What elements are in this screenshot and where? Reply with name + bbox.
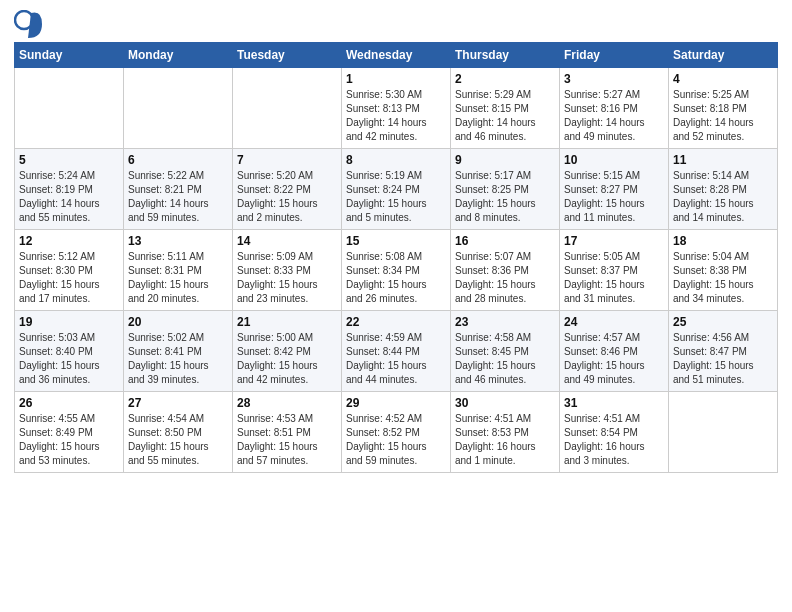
day-info: Sunrise: 4:57 AMSunset: 8:46 PMDaylight:… — [564, 331, 664, 387]
day-info: Sunrise: 4:59 AMSunset: 8:44 PMDaylight:… — [346, 331, 446, 387]
day-cell: 14Sunrise: 5:09 AMSunset: 8:33 PMDayligh… — [233, 230, 342, 311]
day-number: 17 — [564, 234, 664, 248]
header-day-wednesday: Wednesday — [342, 43, 451, 68]
day-cell: 8Sunrise: 5:19 AMSunset: 8:24 PMDaylight… — [342, 149, 451, 230]
day-number: 3 — [564, 72, 664, 86]
day-info: Sunrise: 4:51 AMSunset: 8:53 PMDaylight:… — [455, 412, 555, 468]
day-cell: 28Sunrise: 4:53 AMSunset: 8:51 PMDayligh… — [233, 392, 342, 473]
day-cell: 23Sunrise: 4:58 AMSunset: 8:45 PMDayligh… — [451, 311, 560, 392]
day-info: Sunrise: 5:29 AMSunset: 8:15 PMDaylight:… — [455, 88, 555, 144]
logo-icon — [14, 10, 42, 38]
day-cell: 20Sunrise: 5:02 AMSunset: 8:41 PMDayligh… — [124, 311, 233, 392]
day-info: Sunrise: 5:15 AMSunset: 8:27 PMDaylight:… — [564, 169, 664, 225]
header-day-saturday: Saturday — [669, 43, 778, 68]
day-number: 28 — [237, 396, 337, 410]
day-info: Sunrise: 5:20 AMSunset: 8:22 PMDaylight:… — [237, 169, 337, 225]
day-info: Sunrise: 4:58 AMSunset: 8:45 PMDaylight:… — [455, 331, 555, 387]
day-info: Sunrise: 5:00 AMSunset: 8:42 PMDaylight:… — [237, 331, 337, 387]
day-cell — [669, 392, 778, 473]
day-cell: 11Sunrise: 5:14 AMSunset: 8:28 PMDayligh… — [669, 149, 778, 230]
header-day-friday: Friday — [560, 43, 669, 68]
day-cell: 10Sunrise: 5:15 AMSunset: 8:27 PMDayligh… — [560, 149, 669, 230]
day-info: Sunrise: 4:54 AMSunset: 8:50 PMDaylight:… — [128, 412, 228, 468]
day-number: 13 — [128, 234, 228, 248]
day-info: Sunrise: 5:09 AMSunset: 8:33 PMDaylight:… — [237, 250, 337, 306]
day-info: Sunrise: 4:51 AMSunset: 8:54 PMDaylight:… — [564, 412, 664, 468]
day-cell: 3Sunrise: 5:27 AMSunset: 8:16 PMDaylight… — [560, 68, 669, 149]
day-cell: 29Sunrise: 4:52 AMSunset: 8:52 PMDayligh… — [342, 392, 451, 473]
day-info: Sunrise: 5:08 AMSunset: 8:34 PMDaylight:… — [346, 250, 446, 306]
day-number: 29 — [346, 396, 446, 410]
day-cell: 9Sunrise: 5:17 AMSunset: 8:25 PMDaylight… — [451, 149, 560, 230]
day-info: Sunrise: 5:14 AMSunset: 8:28 PMDaylight:… — [673, 169, 773, 225]
week-row-3: 12Sunrise: 5:12 AMSunset: 8:30 PMDayligh… — [15, 230, 778, 311]
day-info: Sunrise: 5:02 AMSunset: 8:41 PMDaylight:… — [128, 331, 228, 387]
day-info: Sunrise: 4:56 AMSunset: 8:47 PMDaylight:… — [673, 331, 773, 387]
day-cell — [124, 68, 233, 149]
day-cell — [233, 68, 342, 149]
day-number: 27 — [128, 396, 228, 410]
day-number: 11 — [673, 153, 773, 167]
day-cell: 15Sunrise: 5:08 AMSunset: 8:34 PMDayligh… — [342, 230, 451, 311]
calendar-body: 1Sunrise: 5:30 AMSunset: 8:13 PMDaylight… — [15, 68, 778, 473]
day-cell: 21Sunrise: 5:00 AMSunset: 8:42 PMDayligh… — [233, 311, 342, 392]
day-number: 18 — [673, 234, 773, 248]
day-info: Sunrise: 5:04 AMSunset: 8:38 PMDaylight:… — [673, 250, 773, 306]
logo — [14, 10, 46, 38]
day-cell: 30Sunrise: 4:51 AMSunset: 8:53 PMDayligh… — [451, 392, 560, 473]
day-cell: 2Sunrise: 5:29 AMSunset: 8:15 PMDaylight… — [451, 68, 560, 149]
day-number: 23 — [455, 315, 555, 329]
week-row-4: 19Sunrise: 5:03 AMSunset: 8:40 PMDayligh… — [15, 311, 778, 392]
day-number: 9 — [455, 153, 555, 167]
day-info: Sunrise: 4:52 AMSunset: 8:52 PMDaylight:… — [346, 412, 446, 468]
header — [14, 10, 778, 38]
header-row: SundayMondayTuesdayWednesdayThursdayFrid… — [15, 43, 778, 68]
day-number: 21 — [237, 315, 337, 329]
header-day-tuesday: Tuesday — [233, 43, 342, 68]
day-number: 20 — [128, 315, 228, 329]
day-info: Sunrise: 4:55 AMSunset: 8:49 PMDaylight:… — [19, 412, 119, 468]
day-number: 6 — [128, 153, 228, 167]
day-cell: 7Sunrise: 5:20 AMSunset: 8:22 PMDaylight… — [233, 149, 342, 230]
day-cell: 31Sunrise: 4:51 AMSunset: 8:54 PMDayligh… — [560, 392, 669, 473]
day-number: 22 — [346, 315, 446, 329]
day-cell: 4Sunrise: 5:25 AMSunset: 8:18 PMDaylight… — [669, 68, 778, 149]
day-cell: 25Sunrise: 4:56 AMSunset: 8:47 PMDayligh… — [669, 311, 778, 392]
day-number: 25 — [673, 315, 773, 329]
day-cell: 1Sunrise: 5:30 AMSunset: 8:13 PMDaylight… — [342, 68, 451, 149]
day-cell: 19Sunrise: 5:03 AMSunset: 8:40 PMDayligh… — [15, 311, 124, 392]
day-cell: 5Sunrise: 5:24 AMSunset: 8:19 PMDaylight… — [15, 149, 124, 230]
day-info: Sunrise: 5:27 AMSunset: 8:16 PMDaylight:… — [564, 88, 664, 144]
calendar-table: SundayMondayTuesdayWednesdayThursdayFrid… — [14, 42, 778, 473]
day-info: Sunrise: 5:11 AMSunset: 8:31 PMDaylight:… — [128, 250, 228, 306]
header-day-thursday: Thursday — [451, 43, 560, 68]
day-number: 16 — [455, 234, 555, 248]
week-row-2: 5Sunrise: 5:24 AMSunset: 8:19 PMDaylight… — [15, 149, 778, 230]
day-number: 5 — [19, 153, 119, 167]
day-cell: 26Sunrise: 4:55 AMSunset: 8:49 PMDayligh… — [15, 392, 124, 473]
day-cell: 24Sunrise: 4:57 AMSunset: 8:46 PMDayligh… — [560, 311, 669, 392]
day-cell: 18Sunrise: 5:04 AMSunset: 8:38 PMDayligh… — [669, 230, 778, 311]
day-number: 31 — [564, 396, 664, 410]
day-number: 24 — [564, 315, 664, 329]
day-info: Sunrise: 5:03 AMSunset: 8:40 PMDaylight:… — [19, 331, 119, 387]
day-cell: 6Sunrise: 5:22 AMSunset: 8:21 PMDaylight… — [124, 149, 233, 230]
day-info: Sunrise: 5:24 AMSunset: 8:19 PMDaylight:… — [19, 169, 119, 225]
day-number: 15 — [346, 234, 446, 248]
day-info: Sunrise: 5:07 AMSunset: 8:36 PMDaylight:… — [455, 250, 555, 306]
day-cell: 27Sunrise: 4:54 AMSunset: 8:50 PMDayligh… — [124, 392, 233, 473]
day-cell: 16Sunrise: 5:07 AMSunset: 8:36 PMDayligh… — [451, 230, 560, 311]
day-number: 12 — [19, 234, 119, 248]
day-info: Sunrise: 5:30 AMSunset: 8:13 PMDaylight:… — [346, 88, 446, 144]
day-number: 30 — [455, 396, 555, 410]
day-cell: 13Sunrise: 5:11 AMSunset: 8:31 PMDayligh… — [124, 230, 233, 311]
day-info: Sunrise: 5:12 AMSunset: 8:30 PMDaylight:… — [19, 250, 119, 306]
calendar-header: SundayMondayTuesdayWednesdayThursdayFrid… — [15, 43, 778, 68]
day-number: 2 — [455, 72, 555, 86]
day-info: Sunrise: 5:22 AMSunset: 8:21 PMDaylight:… — [128, 169, 228, 225]
header-day-monday: Monday — [124, 43, 233, 68]
day-cell — [15, 68, 124, 149]
calendar-container: SundayMondayTuesdayWednesdayThursdayFrid… — [0, 0, 792, 487]
day-cell: 12Sunrise: 5:12 AMSunset: 8:30 PMDayligh… — [15, 230, 124, 311]
day-info: Sunrise: 5:17 AMSunset: 8:25 PMDaylight:… — [455, 169, 555, 225]
